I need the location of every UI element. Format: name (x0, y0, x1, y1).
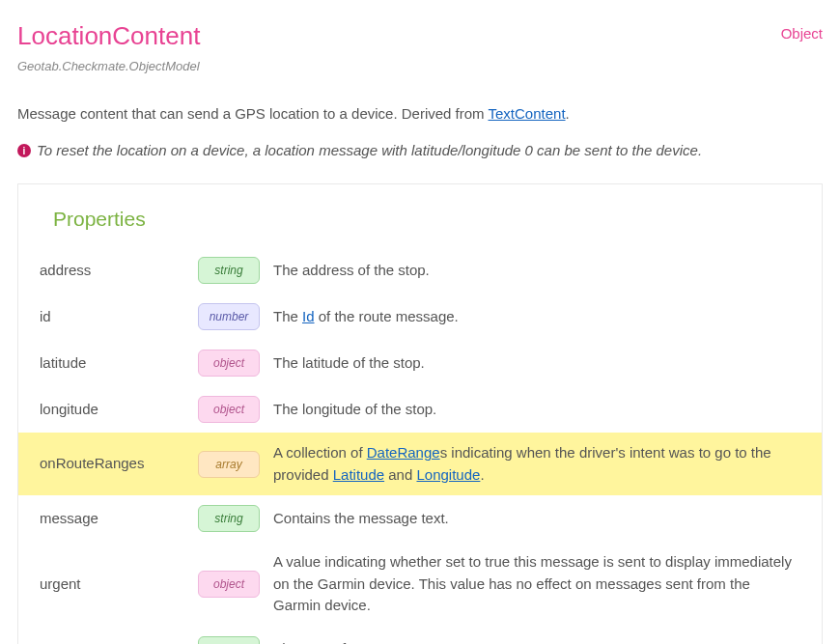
type-badge-object: object (198, 396, 260, 423)
text: The (273, 308, 302, 324)
link-id[interactable]: Id (302, 308, 315, 324)
property-description: The type of message. See MessageContentT… (273, 638, 800, 644)
property-description: Contains the message text. (273, 508, 800, 530)
link-longitude[interactable]: Longitude (416, 466, 480, 483)
property-name: contentType (40, 638, 184, 644)
text: of the route message. (315, 308, 459, 324)
link-daterange[interactable]: DateRange (367, 444, 440, 461)
type-badge-number: number (198, 303, 260, 330)
link-messagecontenttype[interactable]: MessageContentType (446, 640, 587, 644)
type-badge-string: string (198, 257, 260, 284)
property-row: longitude object The longitude of the st… (18, 386, 822, 433)
summary: Message content that can send a GPS loca… (17, 103, 823, 126)
properties-heading: Properties (18, 198, 822, 248)
page-title: LocationContent (17, 17, 200, 55)
property-description: The address of the stop. (273, 260, 800, 282)
summary-text: Message content that can send a GPS loca… (17, 105, 489, 122)
property-description: The latitude of the stop. (273, 352, 800, 375)
header: LocationContent Geotab.Checkmate.ObjectM… (17, 17, 823, 76)
text: . (480, 466, 484, 483)
property-name: onRouteRanges (40, 453, 184, 475)
text: and (384, 466, 416, 483)
property-name: longitude (40, 399, 184, 421)
property-row: latitude object The latitude of the stop… (18, 340, 822, 386)
namespace: Geotab.Checkmate.ObjectModel (17, 57, 200, 76)
type-badge-object: object (198, 571, 260, 598)
property-description: The Id of the route message. (273, 306, 800, 328)
property-name: address (40, 260, 184, 282)
type-badge-string: string (198, 636, 260, 645)
property-name: latitude (40, 352, 184, 375)
properties-panel: Properties address string The address of… (17, 183, 823, 645)
property-row: urgent object A value indicating whether… (18, 542, 822, 627)
property-name: message (40, 508, 184, 530)
summary-suffix: . (566, 105, 570, 122)
property-name: id (40, 306, 184, 328)
link-latitude[interactable]: Latitude (333, 466, 384, 483)
info-icon: i (17, 144, 31, 157)
property-row: address string The address of the stop. (18, 247, 822, 294)
text: The type of message. See (273, 640, 446, 644)
text: A collection of (273, 444, 367, 461)
summary-link-textcontent[interactable]: TextContent (489, 105, 566, 122)
note: i To reset the location on a device, a l… (17, 140, 823, 162)
property-row: message string Contains the message text… (18, 495, 822, 542)
property-row: id number The Id of the route message. (18, 294, 822, 340)
type-badge-array: array (198, 451, 260, 478)
note-text: To reset the location on a device, a loc… (37, 140, 702, 162)
property-description: A collection of DateRanges indicating wh… (273, 442, 800, 486)
type-badge-string: string (198, 505, 260, 532)
type-badge-object: object (198, 350, 260, 377)
property-name: urgent (40, 574, 184, 596)
kind-label: Object (781, 17, 823, 45)
property-row-highlighted: onRouteRanges array A collection of Date… (18, 433, 822, 495)
property-row: contentType string The type of message. … (18, 627, 822, 645)
property-description: A value indicating whether set to true t… (273, 551, 800, 617)
property-description: The longitude of the stop. (273, 399, 800, 421)
text: . (587, 640, 591, 644)
